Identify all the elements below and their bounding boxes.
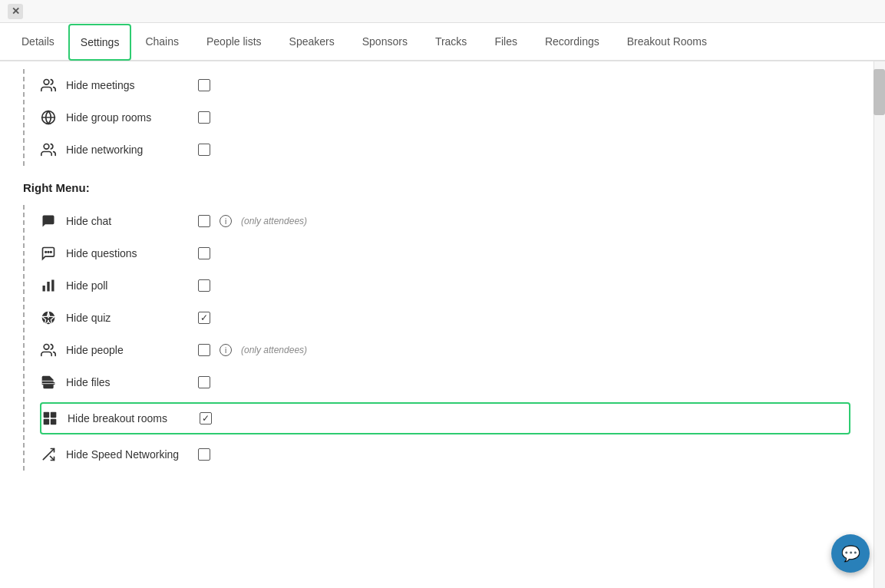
svg-point-5 xyxy=(45,252,47,253)
networking-icon xyxy=(40,141,57,158)
people-icon xyxy=(40,342,57,358)
svg-rect-8 xyxy=(47,282,49,292)
top-bar: ✕ xyxy=(0,0,885,23)
hide-files-checkbox[interactable] xyxy=(198,376,210,388)
right-menu-group: Hide chat i (only attendees) Hide questi… xyxy=(23,205,850,471)
hide-chat-label: Hide chat xyxy=(66,215,189,227)
hide-files-row: Hide files xyxy=(40,366,850,398)
svg-point-3 xyxy=(44,144,49,150)
svg-point-6 xyxy=(51,252,52,253)
hide-chat-checkbox[interactable] xyxy=(198,215,210,227)
tab-breakout-rooms[interactable]: Breakout Rooms xyxy=(613,24,721,61)
svg-rect-9 xyxy=(51,280,54,292)
scrollbar-thumb[interactable] xyxy=(873,69,885,115)
tab-people-lists[interactable]: People lists xyxy=(193,24,276,61)
hide-breakout-rooms-row: Hide breakout rooms xyxy=(40,402,850,434)
above-settings-group: Hide meetings Hide group rooms xyxy=(23,69,850,166)
tab-details[interactable]: Details xyxy=(8,24,68,61)
tab-files[interactable]: Files xyxy=(480,24,531,61)
hide-networking-label: Hide networking xyxy=(66,144,189,156)
hide-speed-networking-checkbox[interactable] xyxy=(198,448,210,461)
tabs-bar: Details Settings Chains People lists Spe… xyxy=(0,23,885,61)
chat-fab-button[interactable]: 💬 xyxy=(831,534,870,573)
tab-recordings[interactable]: Recordings xyxy=(531,24,613,61)
chat-icon xyxy=(40,213,57,230)
quiz-icon xyxy=(40,309,57,326)
hide-people-info-icon[interactable]: i xyxy=(220,344,232,356)
hide-quiz-checkbox[interactable] xyxy=(198,312,210,324)
files-icon xyxy=(40,374,57,391)
breakout-icon xyxy=(41,410,58,427)
hide-meetings-row: Hide meetings xyxy=(40,69,850,101)
svg-rect-14 xyxy=(44,419,49,425)
svg-rect-15 xyxy=(51,419,57,425)
hide-questions-label: Hide questions xyxy=(66,247,189,259)
poll-icon xyxy=(40,277,57,294)
hide-questions-checkbox[interactable] xyxy=(198,247,210,259)
hide-questions-row: Hide questions xyxy=(40,237,850,269)
hide-speed-networking-label: Hide Speed Networking xyxy=(66,448,189,461)
tab-tracks[interactable]: Tracks xyxy=(421,24,480,61)
svg-rect-13 xyxy=(51,412,57,418)
hide-poll-label: Hide poll xyxy=(66,279,189,292)
hide-group-rooms-row: Hide group rooms xyxy=(40,101,850,134)
hide-people-checkbox[interactable] xyxy=(198,344,210,356)
hide-chat-info-icon[interactable]: i xyxy=(220,215,232,227)
chat-fab-icon: 💬 xyxy=(841,544,860,563)
scrollbar-track xyxy=(873,61,885,588)
hide-people-attendees-note: (only attendees) xyxy=(241,345,307,355)
hide-people-row: Hide people i (only attendees) xyxy=(40,334,850,366)
hide-quiz-row: Hide quiz xyxy=(40,302,850,334)
tab-settings[interactable]: Settings xyxy=(68,24,132,61)
hide-quiz-label: Hide quiz xyxy=(66,312,189,324)
tab-speakers[interactable]: Speakers xyxy=(276,24,348,61)
close-button[interactable]: ✕ xyxy=(8,4,23,19)
svg-rect-7 xyxy=(43,286,45,292)
speed-networking-icon xyxy=(40,446,57,463)
hide-chat-attendees-note: (only attendees) xyxy=(241,216,307,226)
hide-meetings-checkbox[interactable] xyxy=(198,79,210,91)
hide-group-rooms-label: Hide group rooms xyxy=(66,111,189,124)
group-rooms-icon xyxy=(40,109,57,126)
hide-files-label: Hide files xyxy=(66,376,189,388)
svg-point-0 xyxy=(44,80,49,85)
meetings-icon xyxy=(40,77,57,94)
hide-chat-row: Hide chat i (only attendees) xyxy=(40,205,850,237)
settings-content: Hide meetings Hide group rooms xyxy=(0,61,873,588)
hide-people-label: Hide people xyxy=(66,344,189,356)
svg-point-11 xyxy=(44,345,49,350)
hide-networking-row: Hide networking xyxy=(40,134,850,166)
questions-icon xyxy=(40,245,57,262)
tab-sponsors[interactable]: Sponsors xyxy=(348,24,421,61)
hide-poll-checkbox[interactable] xyxy=(198,279,210,292)
tab-chains[interactable]: Chains xyxy=(131,24,193,61)
hide-group-rooms-checkbox[interactable] xyxy=(198,111,210,124)
hide-speed-networking-row: Hide Speed Networking xyxy=(40,438,850,471)
hide-meetings-label: Hide meetings xyxy=(66,79,189,91)
svg-point-4 xyxy=(48,252,49,253)
hide-poll-row: Hide poll xyxy=(40,269,850,302)
hide-networking-checkbox[interactable] xyxy=(198,144,210,156)
hide-breakout-rooms-label: Hide breakout rooms xyxy=(68,412,190,424)
hide-breakout-rooms-checkbox[interactable] xyxy=(200,412,212,424)
svg-rect-12 xyxy=(44,412,49,418)
right-menu-section-label: Right Menu: xyxy=(23,181,90,194)
